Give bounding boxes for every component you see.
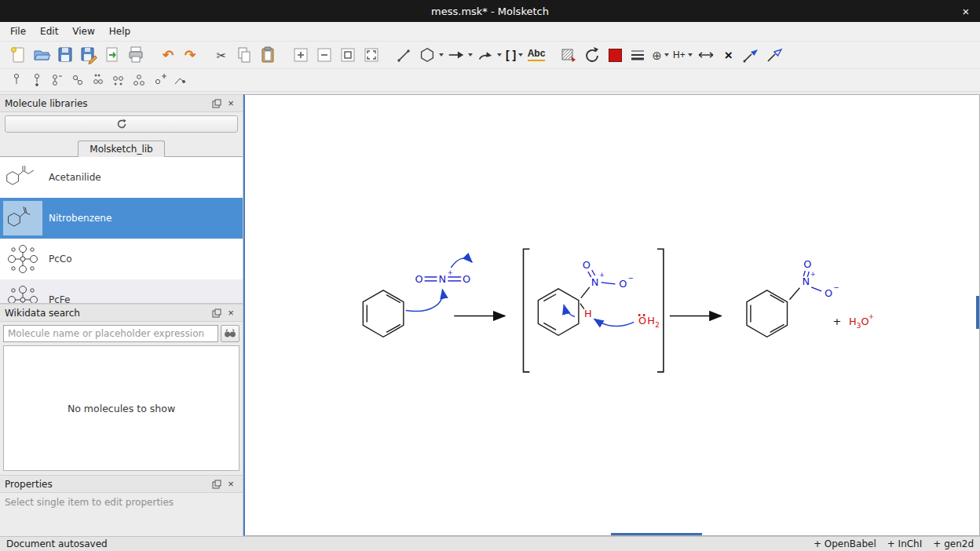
library-item-pcfe[interactable]: PcFe — [0, 279, 243, 304]
library-item-label: Acetanilide — [49, 172, 101, 183]
save-as-button[interactable] — [78, 45, 100, 65]
file-tool-group — [6, 45, 148, 65]
fragment-tool-2-button[interactable] — [27, 71, 46, 89]
paste-button[interactable] — [257, 45, 279, 65]
library-item-pcco[interactable]: PcCo — [0, 239, 243, 279]
redo-button[interactable]: ↷ — [180, 45, 200, 65]
nitrobenzene-product[interactable]: N + O O − — [747, 258, 839, 337]
hydrogen-dropdown-caret[interactable] — [688, 53, 693, 57]
text-tool-button[interactable]: Abc — [526, 45, 547, 65]
cut-button[interactable]: ✂ — [211, 45, 232, 65]
charge-dropdown-caret[interactable] — [664, 53, 669, 57]
bracket-tool-button[interactable]: [ ] — [504, 45, 525, 65]
wikidata-close-button[interactable]: × — [224, 306, 238, 319]
open-file-button[interactable] — [31, 45, 53, 65]
bracket-tool-icon: [ ] — [506, 49, 516, 60]
libraries-float-button[interactable] — [210, 97, 224, 110]
zoom-original-button[interactable] — [337, 45, 359, 65]
fragment-tool-6-button[interactable] — [109, 71, 128, 89]
atom-label-h: H — [849, 316, 857, 327]
fragment-tool-4-button[interactable] — [68, 71, 87, 89]
print-button[interactable] — [125, 45, 147, 65]
rotate-tool-button[interactable] — [581, 45, 603, 65]
zoom-fit-button[interactable] — [360, 45, 382, 65]
copy-button[interactable] — [233, 45, 255, 65]
reaction-scheme[interactable]: O N + O — [245, 95, 979, 535]
properties-close-button[interactable]: × — [224, 477, 238, 491]
fragment-tool-3-button[interactable] — [48, 71, 67, 89]
charge-label-plus: + — [868, 312, 874, 320]
menu-edit[interactable]: Edit — [33, 24, 65, 39]
wikidata-search-input[interactable] — [3, 325, 218, 342]
fragment-tool-5-icon — [90, 71, 107, 89]
zoom-out-button[interactable] — [313, 45, 335, 65]
wikidata-search-button[interactable] — [221, 325, 240, 342]
export-image-icon — [102, 45, 122, 65]
hydronium-ion[interactable]: H 3 O + — [849, 312, 874, 330]
hydrogen-plus-button[interactable]: H+ — [672, 45, 693, 65]
vertical-scrollbar-thumb[interactable] — [976, 296, 979, 329]
new-document-button[interactable] — [7, 45, 29, 65]
ring-tool-button[interactable] — [417, 45, 444, 65]
tab-molsketch-lib[interactable]: Molsketch_lib — [78, 140, 164, 157]
water-attack-arrow — [594, 319, 634, 326]
close-icon: × — [963, 5, 970, 18]
zoom-tool-group — [289, 45, 383, 65]
horizontal-scrollbar-thumb[interactable] — [611, 533, 702, 535]
color-picker-button[interactable] — [605, 45, 625, 65]
libraries-close-button[interactable]: × — [224, 97, 238, 110]
water-molecule[interactable]: O H 2 — [594, 314, 660, 329]
menu-view[interactable]: View — [65, 24, 101, 39]
ring-dropdown-caret[interactable] — [439, 53, 444, 57]
arenium-intermediate[interactable]: N + O O − H — [538, 259, 634, 335]
curved-arrow-tool-button[interactable] — [475, 45, 503, 65]
refresh-icon — [115, 118, 128, 130]
fragment-tool-8-icon — [151, 71, 168, 89]
curved-arrow-dropdown-caret[interactable] — [497, 53, 502, 57]
left-dock: Molecule libraries × Molsketch_lib Aceta… — [0, 94, 243, 536]
open-file-icon — [31, 45, 52, 65]
charge-label-plus: + — [599, 271, 605, 279]
intermediate-brackets[interactable] — [524, 249, 664, 372]
status-inchi: + InChI — [887, 538, 923, 549]
hatch-tool-button[interactable] — [558, 45, 580, 65]
library-item-acetanilide[interactable]: Acetanilide — [0, 157, 243, 198]
library-item-label: PcFe — [49, 294, 70, 304]
menu-help[interactable]: Help — [102, 24, 137, 39]
menu-file[interactable]: File — [3, 24, 33, 39]
export-image-button[interactable] — [101, 45, 123, 65]
line-width-button[interactable] — [627, 45, 649, 65]
drawing-canvas[interactable]: O N + O — [243, 94, 980, 536]
mechanism-arrow-alt-icon — [765, 45, 785, 65]
reaction-arrow-tool-button[interactable] — [446, 45, 474, 65]
atom-label-o: O — [583, 259, 591, 271]
mechanism-arrow-alt-button[interactable] — [764, 45, 786, 65]
save-icon — [55, 45, 75, 65]
wikidata-float-button[interactable] — [210, 306, 224, 319]
reaction-arrow-icon — [447, 46, 466, 64]
refresh-libraries-button[interactable] — [5, 115, 238, 133]
fragment-tool-9-button[interactable] — [170, 71, 189, 89]
resize-arrows-button[interactable] — [695, 45, 717, 65]
binoculars-icon — [224, 329, 236, 338]
zoom-in-button[interactable] — [290, 45, 312, 65]
window-close-button[interactable]: × — [955, 0, 977, 22]
bracket-dropdown-caret[interactable] — [518, 53, 523, 57]
delete-button[interactable]: × — [719, 45, 739, 65]
fragment-tool-3-icon — [49, 71, 66, 89]
benzene-molecule[interactable] — [363, 290, 404, 337]
fragment-tool-8-button[interactable] — [150, 71, 169, 89]
arrow-dropdown-caret[interactable] — [468, 53, 473, 57]
charge-plus-button[interactable]: ⊕ — [650, 45, 671, 65]
fragment-tool-7-button[interactable] — [130, 71, 148, 89]
draw-line-tool-button[interactable] — [393, 45, 415, 65]
save-button[interactable] — [54, 45, 76, 65]
properties-float-button[interactable] — [210, 477, 224, 491]
nitronium-ion[interactable]: O N + O — [415, 268, 471, 285]
library-item-nitrobenzene[interactable]: Nitrobenzene — [0, 198, 243, 239]
draw-tool-group: [ ] Abc — [393, 45, 547, 65]
fragment-tool-1-button[interactable] — [7, 71, 26, 89]
undo-button[interactable]: ↶ — [158, 45, 178, 65]
fragment-tool-5-button[interactable] — [89, 71, 108, 89]
mechanism-arrow-button[interactable] — [740, 45, 762, 65]
